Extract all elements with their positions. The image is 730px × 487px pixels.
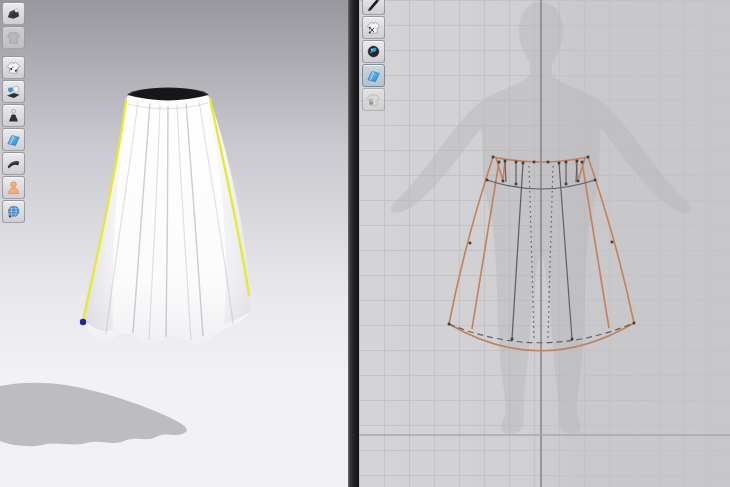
fabric-sheet-icon (366, 68, 381, 83)
garment-pile-icon (6, 6, 21, 21)
locked-garment-button[interactable] (362, 88, 385, 111)
pin-point-blue[interactable] (80, 319, 86, 325)
drop-shadow (0, 383, 187, 447)
dress-avatar-button[interactable] (2, 104, 25, 127)
garment-pile-button[interactable] (2, 2, 25, 25)
toolbar-3d (2, 2, 25, 224)
sewing-tool-button[interactable] (2, 80, 25, 103)
tshirt-icon (6, 30, 21, 45)
panel-divider[interactable] (348, 0, 359, 487)
pinned-garment-icon (6, 60, 21, 75)
sewing-tool-icon (6, 84, 21, 99)
garment-design-workspace (0, 0, 730, 487)
dress-avatar-icon (6, 108, 21, 123)
locked-garment-icon (366, 92, 381, 107)
fabric-sheet-icon (6, 132, 21, 147)
fabric-sheet-button-3d[interactable] (2, 128, 25, 151)
texture-sphere-icon (366, 44, 381, 59)
globe-button[interactable] (2, 200, 25, 223)
pen-tool-button[interactable] (362, 0, 385, 15)
fabric-dark-icon (6, 156, 21, 171)
panel-3d-view[interactable] (0, 0, 348, 487)
avatar-bust-button[interactable] (2, 176, 25, 199)
panel-2d-pattern[interactable] (359, 0, 730, 487)
tshirt-button[interactable] (2, 26, 25, 49)
pen-tool-icon (366, 0, 381, 11)
pattern-scissors-button[interactable] (362, 16, 385, 39)
fabric-dark-button[interactable] (2, 152, 25, 175)
pinned-garment-button[interactable] (2, 56, 25, 79)
scene-3d[interactable] (0, 0, 348, 487)
avatar-bust-icon (6, 180, 21, 195)
texture-sphere-button[interactable] (362, 40, 385, 63)
globe-icon (6, 204, 21, 219)
toolbar-2d (362, 0, 385, 112)
scene-2d[interactable] (359, 0, 730, 487)
pattern-scissors-icon (366, 20, 381, 35)
fabric-sheet-button-2d[interactable] (362, 64, 385, 87)
